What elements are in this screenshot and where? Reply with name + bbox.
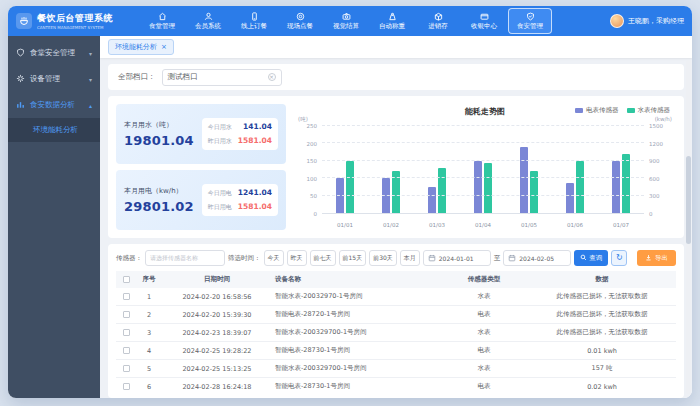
user-box[interactable]: 王晓鹏，采购经理 bbox=[610, 14, 684, 28]
nav-item-food-safety[interactable]: 食安管理 bbox=[508, 8, 552, 34]
legend-item[interactable]: 水表传感器 bbox=[627, 106, 671, 115]
calendar-icon bbox=[428, 254, 436, 263]
query-button[interactable]: 查询 bbox=[574, 250, 608, 266]
onsite-order-icon bbox=[296, 12, 305, 21]
quick-range-button-3[interactable]: 前15天 bbox=[339, 250, 367, 266]
legend-label: 水表传感器 bbox=[638, 106, 671, 115]
bar-group bbox=[612, 126, 630, 213]
table-row[interactable]: 22024-02-20 15:39:30智能电表-28720-1号房间电表此传感… bbox=[116, 306, 676, 324]
query-button-label: 查询 bbox=[589, 254, 602, 263]
scrollbar-track[interactable] bbox=[686, 60, 691, 394]
records-table: 序号 日期时间 设备名称 传感器类型 数据 12024-02-20 16:58:… bbox=[116, 271, 676, 392]
mini-value: 1581.04 bbox=[238, 136, 272, 145]
bar[interactable] bbox=[576, 161, 584, 213]
export-button[interactable]: 导出 bbox=[637, 250, 676, 266]
quick-range-button-0[interactable]: 今天 bbox=[264, 250, 284, 266]
quick-range-button-5[interactable]: 本月 bbox=[400, 250, 420, 266]
nav-item-cashier[interactable]: 收银中心 bbox=[462, 8, 506, 34]
stat-value: 19801.04 bbox=[124, 133, 194, 148]
tab-bar: 环境能耗分析 × bbox=[100, 36, 692, 58]
bar-group bbox=[336, 126, 354, 213]
bar[interactable] bbox=[612, 161, 620, 213]
sidebar: 食堂安全管理 ▾ 设备管理 ▾ 食安数据分析 ▴ 环境能耗分析 bbox=[8, 36, 100, 398]
table-row[interactable]: 42024-02-25 19:28:22智能电表-28730-1号房间电表0.0… bbox=[116, 342, 676, 360]
stall-filter-card: 全部档口： 测试档口 × bbox=[108, 64, 684, 90]
row-checkbox[interactable] bbox=[123, 383, 130, 390]
bar[interactable] bbox=[520, 147, 528, 213]
bar[interactable] bbox=[566, 183, 574, 213]
content-scroll-area: 全部档口： 测试档口 × 本月用水（吨） 19801.04 bbox=[100, 58, 692, 398]
bar[interactable] bbox=[484, 163, 492, 213]
column-header-data: 数据 bbox=[528, 275, 676, 284]
records-card: 传感器： 请选择传感器名称 筛选时间： 今天昨天前七天前15天前30天本月 20… bbox=[108, 244, 684, 398]
stats-column: 本月用水（吨） 19801.04 今日用水141.04 昨日用水1581.04 … bbox=[116, 104, 286, 230]
sidebar-item-canteen-safety[interactable]: 食堂安全管理 ▾ bbox=[8, 40, 100, 66]
table-cell: 此传感器已损坏，无法获取数据 bbox=[528, 292, 676, 301]
scrollbar-thumb[interactable] bbox=[686, 156, 691, 244]
table-cell: 5 bbox=[136, 365, 162, 373]
stall-filter-label: 全部档口： bbox=[118, 72, 156, 82]
legend-item[interactable]: 电表传感器 bbox=[575, 106, 619, 115]
bar[interactable] bbox=[438, 168, 446, 213]
bar-group bbox=[520, 126, 538, 213]
row-checkbox[interactable] bbox=[123, 293, 130, 300]
bar[interactable] bbox=[622, 154, 630, 213]
app-title: 餐饮后台管理系统 bbox=[37, 12, 113, 25]
end-date-input[interactable]: 2024-02-05 bbox=[503, 250, 571, 266]
row-checkbox[interactable] bbox=[123, 311, 130, 318]
sensor-name-input[interactable]: 请选择传感器名称 bbox=[145, 250, 225, 266]
nav-item-auto-weigh[interactable]: 自动称重 bbox=[370, 8, 414, 34]
close-icon[interactable]: × bbox=[161, 44, 167, 51]
nav-item-vision-checkout[interactable]: 视觉结算 bbox=[324, 8, 368, 34]
y-axis-tick-left: 100 bbox=[294, 176, 320, 182]
nav-item-canteen[interactable]: 食堂管理 bbox=[140, 8, 184, 34]
quick-range-button-2[interactable]: 前七天 bbox=[310, 250, 336, 266]
row-checkbox[interactable] bbox=[123, 365, 130, 372]
select-all-checkbox[interactable] bbox=[123, 276, 130, 283]
nav-item-member[interactable]: 会员系统 bbox=[186, 8, 230, 34]
nav-item-inventory[interactable]: 进销存 bbox=[416, 8, 460, 34]
member-icon bbox=[204, 12, 213, 21]
reset-button[interactable]: ↻ bbox=[611, 250, 627, 266]
row-checkbox-cell bbox=[116, 365, 136, 372]
left-axis: 250200150100500 bbox=[294, 126, 320, 214]
start-date-input[interactable]: 2024-01-01 bbox=[423, 250, 491, 266]
bar[interactable] bbox=[474, 161, 482, 213]
x-axis-label: 01/01 bbox=[330, 222, 360, 228]
bar[interactable] bbox=[428, 187, 436, 213]
table-row[interactable]: 52024-02-25 15:13:25智能水表-200329700-1号房间水… bbox=[116, 360, 676, 378]
row-checkbox[interactable] bbox=[123, 329, 130, 336]
app-logo: 餐饮后台管理系统 CANTEEN MANAGEMENT SYSTEM bbox=[16, 12, 132, 30]
table-cell: 电表 bbox=[440, 382, 528, 391]
sidebar-item-env-energy-analysis[interactable]: 环境能耗分析 bbox=[8, 118, 100, 142]
y-axis-tick-right: 0 bbox=[646, 211, 676, 217]
y-axis-tick-right: 1200 bbox=[646, 141, 676, 147]
stat-mini-panel: 今日用电1241.04 昨日用电1581.04 bbox=[202, 184, 278, 216]
row-checkbox[interactable] bbox=[123, 347, 130, 354]
top-header: 餐饮后台管理系统 CANTEEN MANAGEMENT SYSTEM 食堂管理会… bbox=[8, 6, 692, 36]
mini-value: 1241.04 bbox=[238, 188, 272, 197]
x-axis-label: 01/03 bbox=[422, 222, 452, 228]
table-cell: 水表 bbox=[440, 292, 528, 301]
gear-icon bbox=[16, 74, 25, 85]
bar[interactable] bbox=[346, 161, 354, 213]
nav-item-online-order[interactable]: 线上订餐 bbox=[232, 8, 276, 34]
app-subtitle: CANTEEN MANAGEMENT SYSTEM bbox=[37, 25, 113, 30]
nav-item-onsite-order[interactable]: 现场点餐 bbox=[278, 8, 322, 34]
table-row[interactable]: 62024-02-28 16:24:18智能电表-28730-1号房间电表0.0… bbox=[116, 378, 676, 392]
table-cell: 2024-02-20 15:39:30 bbox=[162, 311, 272, 319]
tab-env-energy-analysis[interactable]: 环境能耗分析 × bbox=[108, 39, 174, 55]
quick-range-button-1[interactable]: 昨天 bbox=[287, 250, 307, 266]
clear-icon[interactable]: × bbox=[268, 73, 276, 81]
table-header: 序号 日期时间 设备名称 传感器类型 数据 bbox=[116, 271, 676, 288]
bar-group bbox=[566, 126, 584, 213]
stall-select-value: 测试档口 bbox=[168, 72, 198, 82]
stall-select[interactable]: 测试档口 × bbox=[162, 69, 282, 86]
sidebar-item-equipment[interactable]: 设备管理 ▾ bbox=[8, 66, 100, 92]
app-window: 餐饮后台管理系统 CANTEEN MANAGEMENT SYSTEM 食堂管理会… bbox=[8, 6, 692, 398]
nav-item-label: 进销存 bbox=[428, 22, 448, 31]
table-row[interactable]: 12024-02-20 16:58:56智能水表-20032970-1号房间水表… bbox=[116, 288, 676, 306]
sidebar-item-food-safety-analytics[interactable]: 食安数据分析 ▴ bbox=[8, 92, 100, 118]
table-row[interactable]: 32024-02-23 18:39:07智能水表-200329700-1号房间水… bbox=[116, 324, 676, 342]
quick-range-button-4[interactable]: 前30天 bbox=[369, 250, 397, 266]
